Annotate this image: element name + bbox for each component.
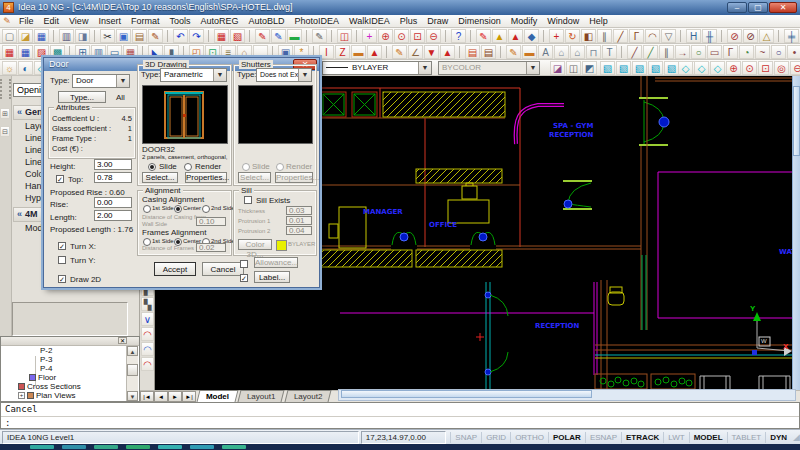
- point-tool-button[interactable]: •: [787, 45, 800, 59]
- alert-button[interactable]: ▲: [508, 29, 523, 43]
- dim-v-button[interactable]: ╫: [702, 29, 717, 43]
- mirror-button[interactable]: ◧: [581, 29, 596, 43]
- tee-tool-button[interactable]: T: [602, 45, 617, 59]
- house-tool-button[interactable]: ⌂: [570, 45, 585, 59]
- menu-file[interactable]: File: [14, 15, 39, 27]
- layer-combo[interactable]: BYLAYER ▼: [322, 61, 432, 75]
- pen-draft-button[interactable]: ✎: [506, 45, 521, 59]
- canvas-horizontal-scrollbar[interactable]: [338, 389, 796, 401]
- taskbar-item[interactable]: [222, 445, 246, 449]
- zoom-window-button[interactable]: ⊡: [410, 29, 425, 43]
- toggle-esnap[interactable]: ESNAP: [585, 432, 621, 443]
- tree-header[interactable]: ✕: [1, 337, 139, 346]
- polyline-button[interactable]: Γ: [723, 45, 738, 59]
- tree-item-p-3[interactable]: P-3: [1, 355, 139, 364]
- arc-2-button[interactable]: ◔: [739, 45, 754, 59]
- height-input[interactable]: [94, 159, 132, 170]
- tag-i-button[interactable]: I: [319, 45, 334, 59]
- view-top-button[interactable]: ▧: [664, 61, 679, 75]
- menu-format[interactable]: Format: [126, 15, 165, 27]
- open-button[interactable]: ◪: [18, 29, 33, 43]
- redo-button[interactable]: ↷: [189, 29, 204, 43]
- tree-scrollbar[interactable]: ▲ ▼: [126, 346, 138, 401]
- dock-b-button[interactable]: ⊟: [0, 126, 10, 137]
- roof-2-button[interactable]: ⌂: [554, 45, 569, 59]
- grid-a-button[interactable]: ╪: [784, 29, 799, 43]
- select-button[interactable]: Select...: [142, 172, 178, 183]
- warning-button[interactable]: ▲: [492, 29, 507, 43]
- menu-draw[interactable]: Draw: [422, 15, 453, 27]
- label-checkbox[interactable]: ✓: [240, 274, 248, 282]
- tree-item-floor[interactable]: Floor: [1, 373, 139, 382]
- close-button[interactable]: ✕: [769, 2, 797, 13]
- rectangle-button[interactable]: ▭: [707, 45, 722, 59]
- menu-help[interactable]: Help: [584, 15, 613, 27]
- zoom-center-button[interactable]: ◎: [774, 61, 789, 75]
- taskbar-item[interactable]: [190, 445, 214, 449]
- label-button[interactable]: Label...: [254, 271, 290, 283]
- scroll-thumb[interactable]: [127, 364, 138, 376]
- parallel-button[interactable]: ∥: [659, 45, 674, 59]
- fillet-button[interactable]: Γ: [629, 29, 644, 43]
- line-tool-button[interactable]: ╱: [613, 29, 628, 43]
- tag-z-button[interactable]: Z: [335, 45, 350, 59]
- menu-view[interactable]: View: [64, 15, 93, 27]
- zoom-scale-button[interactable]: ⊡: [758, 61, 773, 75]
- no-plot-button[interactable]: ⊘: [727, 29, 742, 43]
- undo-button[interactable]: ↶: [173, 29, 188, 43]
- axon-1-button[interactable]: ◇: [678, 61, 693, 75]
- cut-button[interactable]: ✂: [100, 29, 115, 43]
- arch-red2-button[interactable]: ◠: [141, 357, 154, 371]
- draw-blue-button[interactable]: ✎: [271, 29, 286, 43]
- properties-button[interactable]: Properties...: [185, 172, 227, 183]
- tab-nav-prev[interactable]: ◄: [154, 391, 168, 402]
- tab-nav-next[interactable]: ►: [168, 391, 182, 402]
- no-plot-2-button[interactable]: ⊘: [743, 29, 758, 43]
- shutters-type-combo[interactable]: Does not Exist▼: [256, 68, 312, 82]
- menu-autoreg[interactable]: AutoREG: [195, 15, 243, 27]
- scroll-thumb[interactable]: [793, 86, 800, 156]
- chevrons-button[interactable]: ∨: [141, 312, 154, 326]
- shade-button[interactable]: ☼: [2, 61, 17, 75]
- type-button[interactable]: Type...: [58, 91, 106, 103]
- casing-1st-radio[interactable]: [143, 205, 151, 213]
- toggle-snap[interactable]: SNAP: [450, 432, 481, 443]
- viewport-red-button[interactable]: ▦: [2, 45, 17, 59]
- copy-button[interactable]: ▣: [116, 29, 131, 43]
- arch-blue-button[interactable]: ◠: [141, 342, 154, 356]
- menu-edit[interactable]: Edit: [39, 15, 65, 27]
- tree-item-p-4[interactable]: P-4: [1, 364, 139, 373]
- viewport-blue-button[interactable]: ▦: [18, 45, 33, 59]
- arch-red-button[interactable]: ◠: [141, 327, 154, 341]
- pan-button[interactable]: +: [362, 29, 377, 43]
- dock-a-button[interactable]: ⊞: [0, 108, 10, 119]
- text-tool-button[interactable]: A: [538, 45, 553, 59]
- wipeout-button[interactable]: ◫: [566, 61, 581, 75]
- zoom-out-button[interactable]: ⊖: [426, 29, 441, 43]
- dim-h-button[interactable]: H: [686, 29, 701, 43]
- menu-tools[interactable]: Tools: [164, 15, 195, 27]
- ellipse-button[interactable]: ○: [771, 45, 786, 59]
- command-line-panel[interactable]: Cancel :: [0, 402, 800, 429]
- taskbar-item[interactable]: [62, 445, 86, 449]
- render-radio[interactable]: [184, 163, 192, 171]
- match-props-button[interactable]: ◪: [550, 61, 565, 75]
- draw-2d-checkbox[interactable]: ✓: [58, 275, 66, 283]
- view-ne-button[interactable]: ▧: [632, 61, 647, 75]
- measure-button[interactable]: ▬: [287, 29, 302, 43]
- axon-3-button[interactable]: ◇: [710, 61, 725, 75]
- tree-item-plan-views[interactable]: +Plan Views: [1, 391, 139, 400]
- zoom-previous-button[interactable]: ⊙: [394, 29, 409, 43]
- taskbar-item[interactable]: [158, 445, 182, 449]
- maximize-button[interactable]: ▢: [748, 2, 768, 13]
- rotate-button[interactable]: ↻: [565, 29, 580, 43]
- view-nw-button[interactable]: ▧: [648, 61, 663, 75]
- canvas-vertical-scrollbar[interactable]: [792, 76, 800, 390]
- toggle-grid[interactable]: GRID: [481, 432, 510, 443]
- toggle-lwt[interactable]: LWT: [663, 432, 688, 443]
- toggle-etrack[interactable]: ETRACK: [621, 432, 663, 443]
- top-checkbox[interactable]: ✓: [56, 175, 64, 183]
- save-button[interactable]: ▦: [34, 29, 49, 43]
- sketch-button[interactable]: ✎: [312, 29, 327, 43]
- zoom-out-2-button[interactable]: ⊖: [790, 61, 800, 75]
